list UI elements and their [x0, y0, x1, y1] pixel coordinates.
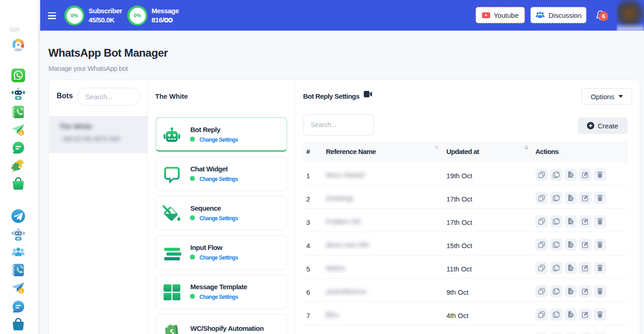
svg-text:1: 1: [20, 289, 22, 294]
svg-text:1: 1: [20, 131, 22, 136]
